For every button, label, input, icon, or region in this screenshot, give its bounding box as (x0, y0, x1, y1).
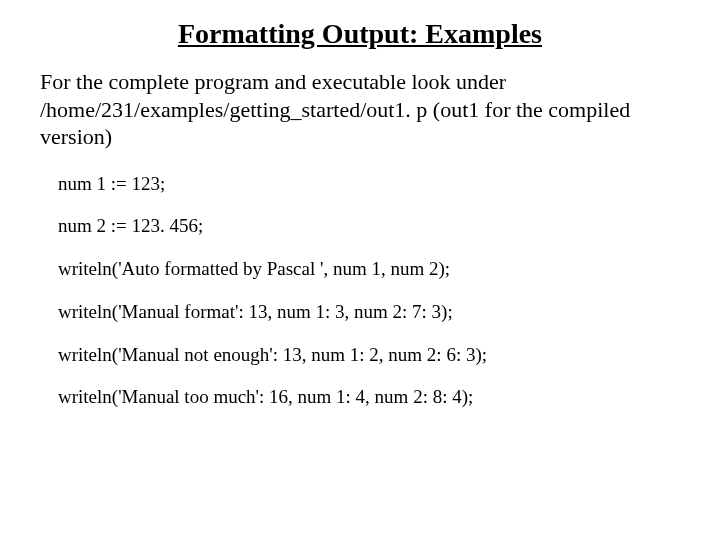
code-line-3: writeln('Auto formatted by Pascal ', num… (58, 258, 680, 281)
code-line-5: writeln('Manual not enough': 13, num 1: … (58, 344, 680, 367)
slide-title: Formatting Output: Examples (0, 18, 720, 50)
code-line-2: num 2 := 123. 456; (58, 215, 680, 238)
code-line-4: writeln('Manual format': 13, num 1: 3, n… (58, 301, 680, 324)
slide: Formatting Output: Examples For the comp… (0, 18, 720, 540)
intro-paragraph: For the complete program and executable … (40, 68, 680, 151)
code-line-1: num 1 := 123; (58, 173, 680, 196)
code-line-6: writeln('Manual too much': 16, num 1: 4,… (58, 386, 680, 409)
code-block: num 1 := 123; num 2 := 123. 456; writeln… (58, 173, 680, 410)
